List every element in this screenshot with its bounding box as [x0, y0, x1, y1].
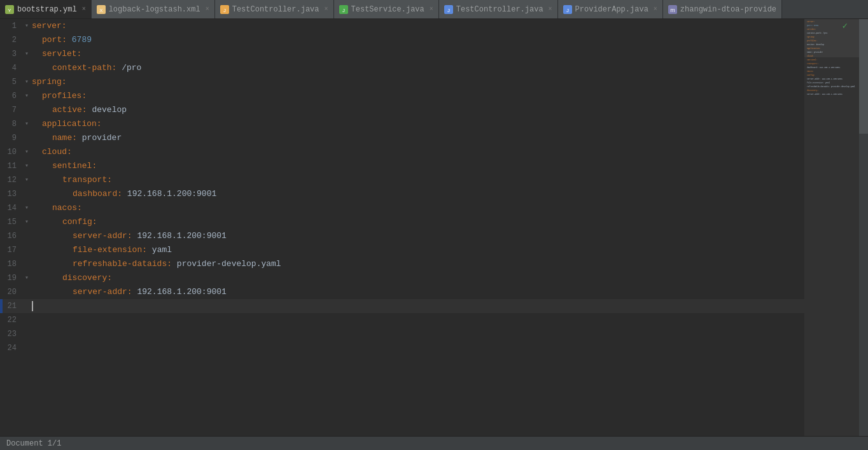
tab-close-icon[interactable]: ×: [325, 6, 328, 13]
line-number-23: 23: [3, 327, 22, 341]
line-number-6: 6: [3, 89, 22, 103]
code-line-24: 24: [0, 341, 804, 355]
svg-text:J: J: [223, 8, 226, 13]
line-number-3: 3: [3, 47, 22, 61]
svg-text:Y: Y: [8, 8, 11, 13]
line-content-9: name: provider: [32, 131, 804, 145]
tab-close-icon[interactable]: ×: [430, 6, 433, 13]
token-key: name:: [52, 133, 82, 143]
tab-testservice-java[interactable]: JTestService.java×: [334, 0, 439, 18]
tab-testcontroller-java-1[interactable]: JTestController.java×: [215, 0, 334, 18]
token-key: nacos:: [52, 203, 82, 213]
line-number-11: 11: [3, 159, 22, 173]
line-number-7: 7: [3, 103, 22, 117]
fold-gutter-8[interactable]: ▾: [22, 117, 32, 131]
line-number-10: 10: [3, 145, 22, 159]
tab-label: zhangwin-dtoa-provide: [680, 5, 776, 14]
tab-close-icon[interactable]: ×: [206, 6, 209, 13]
line-number-19: 19: [3, 271, 22, 285]
fold-gutter-6[interactable]: ▾: [22, 89, 32, 103]
token-val-string: /pro: [122, 63, 141, 73]
fold-gutter-10[interactable]: ▾: [22, 145, 32, 159]
token-key: file-extension:: [73, 245, 152, 255]
tab-bootstrap-yml[interactable]: Ybootstrap.yml×: [0, 0, 92, 18]
code-line-6: 6▾profiles:: [0, 89, 804, 103]
code-line-13: 13dashboard: 192.168.1.200:9001: [0, 187, 804, 201]
tab-label: TestController.java: [456, 5, 543, 14]
check-icon: ✓: [843, 20, 848, 31]
code-line-21: 21: [0, 299, 804, 313]
fold-gutter-19[interactable]: ▾: [22, 271, 32, 285]
fold-gutter-3[interactable]: ▾: [22, 47, 32, 61]
fold-gutter-14[interactable]: ▾: [22, 201, 32, 215]
svg-text:J: J: [342, 8, 345, 13]
svg-text:J: J: [566, 8, 569, 13]
tab-label: TestService.java: [351, 5, 424, 14]
svg-text:X: X: [99, 8, 103, 13]
token-key: active:: [52, 105, 92, 115]
fold-gutter-1[interactable]: ▾: [22, 19, 32, 33]
fold-gutter-15[interactable]: ▾: [22, 215, 32, 229]
code-line-5: 5▾spring:: [0, 75, 804, 89]
line-content-1: server:: [32, 19, 804, 33]
token-val-string: provider-develop.yaml: [177, 259, 281, 269]
token-key: dashboard:: [73, 189, 127, 199]
line-number-13: 13: [3, 187, 22, 201]
line-number-18: 18: [3, 257, 22, 271]
line-content-4: context-path: /pro: [32, 61, 804, 75]
token-key: cloud:: [42, 147, 72, 157]
code-line-16: 16server-addr: 192.168.1.200:9001: [0, 229, 804, 243]
document-status: Document 1/1: [6, 439, 61, 448]
code-line-22: 22: [0, 313, 804, 327]
token-val-string: 192.168.1.200:9001: [127, 189, 216, 199]
tab-testcontroller-java-2[interactable]: JTestController.java×: [439, 0, 558, 18]
java-icon-blue: J: [444, 5, 453, 14]
code-line-10: 10▾cloud:: [0, 145, 804, 159]
token-val-string: develop: [92, 105, 127, 115]
code-line-20: 20server-addr: 192.168.1.200:9001: [0, 285, 804, 299]
tab-logback-logstash-xml[interactable]: Xlogback-logstash.xml×: [92, 0, 215, 18]
line-content-21: [32, 299, 804, 313]
m-icon: m: [668, 5, 677, 14]
java-icon-blue2: J: [563, 5, 572, 14]
line-number-15: 15: [3, 215, 22, 229]
scrollbar[interactable]: [859, 19, 868, 436]
tab-close-icon[interactable]: ×: [549, 6, 552, 13]
fold-gutter-11[interactable]: ▾: [22, 159, 32, 173]
token-val-string: yaml: [152, 245, 172, 255]
line-number-14: 14: [3, 201, 22, 215]
tab-label: TestController.java: [232, 5, 319, 14]
code-line-12: 12▾transport:: [0, 173, 804, 187]
token-val-number: 6789: [72, 35, 92, 45]
minimap: server: port: 6789 servlet: context-path…: [804, 19, 859, 436]
tab-close-icon[interactable]: ×: [654, 6, 657, 13]
code-line-15: 15▾config:: [0, 215, 804, 229]
token-key: discovery:: [62, 273, 112, 283]
code-line-11: 11▾sentinel:: [0, 159, 804, 173]
line-content-6: profiles:: [32, 89, 804, 103]
token-key: servlet:: [42, 49, 81, 59]
code-line-8: 8▾application:: [0, 117, 804, 131]
tab-close-icon[interactable]: ×: [82, 6, 86, 13]
token-key: server-addr:: [73, 231, 137, 241]
tab-providerapp-java[interactable]: JProviderApp.java×: [558, 0, 663, 18]
fold-gutter-5[interactable]: ▾: [22, 75, 32, 89]
fold-gutter-12[interactable]: ▾: [22, 173, 32, 187]
tab-zhangwin-dtoa[interactable]: mzhangwin-dtoa-provide: [663, 0, 782, 18]
java-icon-green: J: [339, 5, 348, 14]
tab-label: ProviderApp.java: [575, 5, 648, 14]
code-line-18: 18refreshable-dataids: provider-develop.…: [0, 257, 804, 271]
code-line-19: 19▾discovery:: [0, 271, 804, 285]
code-line-2: 2port: 6789: [0, 33, 804, 47]
token-key: context-path:: [52, 63, 122, 73]
line-number-1: 1: [3, 19, 22, 33]
token-key: server:: [32, 21, 67, 31]
line-number-16: 16: [3, 229, 22, 243]
token-key: server-addr:: [73, 287, 137, 297]
code-line-17: 17file-extension: yaml: [0, 243, 804, 257]
status-bar: Document 1/1: [0, 436, 868, 450]
line-content-11: sentinel:: [32, 159, 804, 173]
line-content-19: discovery:: [32, 271, 804, 285]
token-val-string: 192.168.1.200:9001: [137, 231, 226, 241]
line-content-20: server-addr: 192.168.1.200:9001: [32, 285, 804, 299]
